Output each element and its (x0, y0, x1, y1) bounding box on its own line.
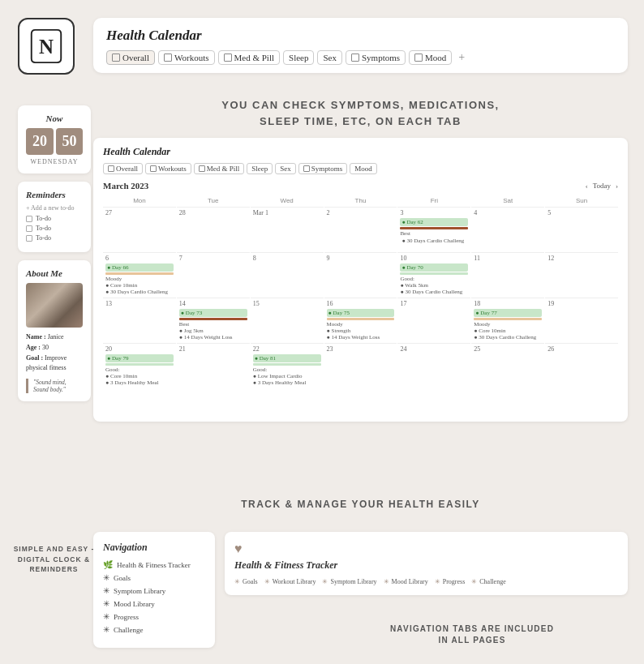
table-row[interactable]: 4 (471, 207, 544, 251)
about-info: Name : Janice Age : 30 Goal : Improve ph… (26, 332, 83, 374)
star-icon-6: ✳ (471, 578, 477, 585)
tab-icon-mood (414, 54, 423, 62)
table-row[interactable]: 18 ● Day 77 Moody ● Core 10min ● 30 Days… (471, 298, 544, 342)
todo-checkbox[interactable] (26, 235, 32, 242)
cal-tab-symptoms[interactable]: Symptoms (298, 163, 348, 174)
cal-grid: Mon Tue Wed Thu Fri Sat Sun 27 28 Mar 1 … (103, 195, 618, 388)
cal-day-header-wed: Wed (251, 195, 324, 206)
quote-block: "Sound mind, Sound body." (26, 379, 83, 393)
cal-tabs: Overall Workouts Med & Pill Sleep Sex Sy… (103, 163, 618, 174)
reminders-title: Reminders (26, 190, 83, 199)
cal-day-header-tue: Tue (177, 195, 250, 206)
tracker-tab-progress[interactable]: ✳ Progress (435, 578, 466, 585)
table-row[interactable]: 16 ● Day 75 Moody ● Strength ● 14 Days W… (324, 298, 397, 342)
nav-item-mood-library[interactable]: ✳ Mood Library (103, 599, 205, 608)
tracker-tab-symptom[interactable]: ✳ Symptom Library (322, 578, 376, 585)
tab-med-pill[interactable]: Med & Pill (218, 50, 281, 65)
about-photo (26, 283, 83, 328)
table-row[interactable]: 24 (397, 343, 470, 388)
asterisk-icon-2: ✳ (103, 586, 109, 595)
tab-sleep[interactable]: Sleep (283, 50, 314, 65)
clock-label: Now (26, 114, 83, 123)
table-row[interactable]: 25 (471, 343, 544, 388)
table-row[interactable]: 11 (471, 252, 544, 297)
table-row[interactable]: 8 (251, 252, 324, 297)
reminders-card: Reminders + Add a new to-do To-do To-do … (18, 182, 91, 252)
tab-mood[interactable]: Mood (409, 50, 452, 65)
asterisk-icon-4: ✳ (103, 612, 109, 621)
nav-item-symptom-library[interactable]: ✳ Symptom Library (103, 586, 205, 595)
table-row[interactable]: 6 ● Day 66 Moody ● Core 10min ● 30 Days … (103, 252, 176, 297)
health-calendar-header: Health Calendar Overall Workouts Med & P… (93, 18, 628, 73)
table-row[interactable]: 12 (545, 252, 618, 297)
tagline-top: YOU CAN CHECK SYMPTOMS, MEDICATIONS,SLEE… (93, 97, 628, 129)
cal-day-header-fri: Fri (397, 195, 470, 206)
about-title: About Me (26, 268, 83, 278)
table-row[interactable]: 23 (324, 343, 397, 388)
cal-tab-sex[interactable]: Sex (275, 163, 296, 174)
cal-next-button[interactable]: › (616, 182, 618, 190)
table-row[interactable]: 17 (397, 298, 470, 342)
nav-item-progress[interactable]: ✳ Progress (103, 612, 205, 621)
todo-item: To-do (26, 215, 83, 222)
nav-item-challenge[interactable]: ✳ Challenge (103, 625, 205, 634)
nav-title: Navigation (103, 542, 205, 554)
cal-prev-button[interactable]: ‹ (586, 182, 588, 190)
table-row[interactable]: 21 (177, 343, 250, 388)
table-row[interactable]: 9 (324, 252, 397, 297)
cal-tab-workouts[interactable]: Workouts (145, 163, 191, 174)
tab-bar: Overall Workouts Med & Pill Sleep Sex Sy… (106, 50, 615, 65)
table-row[interactable]: 22 ● Day 81 Good: ● Low Impact Cardio ● … (251, 343, 324, 388)
cal-tab-sleep[interactable]: Sleep (247, 163, 273, 174)
todo-item: To-do (26, 234, 83, 242)
table-row[interactable]: Mar 1 (251, 207, 324, 251)
table-row[interactable]: 3 ● Day 62 Best ● 30 Days Cardio Challen… (397, 207, 470, 251)
table-row[interactable]: 5 (545, 207, 618, 251)
nav-item-goals[interactable]: ✳ Goals (103, 573, 205, 582)
cal-tab-icon-workouts (150, 165, 157, 172)
tracker-tab-challenge[interactable]: ✳ Challenge (471, 578, 505, 585)
todo-checkbox[interactable] (26, 216, 32, 222)
star-icon-4: ✳ (384, 578, 389, 585)
table-row[interactable]: 27 (103, 207, 176, 251)
cal-tab-med[interactable]: Med & Pill (194, 163, 245, 174)
star-icon: ✳ (234, 578, 240, 585)
tab-workouts[interactable]: Workouts (158, 50, 215, 65)
tab-symptoms[interactable]: Symptoms (346, 50, 406, 65)
todo-checkbox[interactable] (26, 225, 32, 232)
add-todo-button[interactable]: + Add a new to-do (26, 204, 83, 212)
table-row[interactable]: 15 (251, 298, 324, 342)
tracker-tab-mood[interactable]: ✳ Mood Library (384, 578, 428, 585)
table-row[interactable]: 13 (103, 298, 176, 342)
table-row[interactable]: 2 (324, 207, 397, 251)
table-row[interactable]: 19 (545, 298, 618, 342)
nav-tagline: NAVIGATION TABS ARE INCLUDEDIN ALL PAGES (316, 623, 628, 646)
star-icon-5: ✳ (435, 578, 440, 585)
table-row[interactable]: 10 ● Day 70 Good: ● Walk 5km ● 30 Days C… (397, 252, 470, 297)
cal-nav: March 2023 ‹ Today › (103, 181, 618, 191)
asterisk-icon-5: ✳ (103, 625, 109, 634)
tab-icon-med (224, 54, 232, 62)
add-tab-button[interactable]: + (455, 51, 468, 64)
table-row[interactable]: 28 (177, 207, 250, 251)
asterisk-icon-3: ✳ (103, 599, 109, 608)
table-row[interactable]: 7 (177, 252, 250, 297)
nav-item-tracker[interactable]: 🌿 Health & Fitness Tracker (103, 560, 205, 569)
tracker-tab-goals[interactable]: ✳ Goals (234, 578, 258, 585)
table-row[interactable]: 26 (545, 343, 618, 388)
table-row[interactable]: 14 ● Day 73 Best ● Jog 5km ● 14 Days Wei… (177, 298, 250, 342)
cal-tab-mood[interactable]: Mood (350, 163, 377, 174)
cal-day-header-sat: Sat (471, 195, 544, 206)
tracker-tab-workout[interactable]: ✳ Workout Library (264, 578, 316, 585)
clock-hour: 20 (26, 128, 54, 155)
cal-tab-overall[interactable]: Overall (103, 163, 143, 174)
cal-today-button[interactable]: Today (593, 182, 611, 190)
tab-sex[interactable]: Sex (317, 50, 342, 65)
bottom-left-tagline: SIMPLE AND EASY - DIGITAL CLOCK & REMIND… (11, 544, 97, 575)
clock-day: WEDNESDAY (26, 158, 83, 165)
navigation-card: Navigation 🌿 Health & Fitness Tracker ✳ … (93, 532, 215, 648)
table-row[interactable]: 20 ● Day 79 Good: ● Core 10min ● 3 Days … (103, 343, 176, 388)
tab-overall[interactable]: Overall (106, 50, 155, 65)
clock-display: 20 50 (26, 128, 83, 155)
svg-text:N: N (39, 36, 54, 58)
